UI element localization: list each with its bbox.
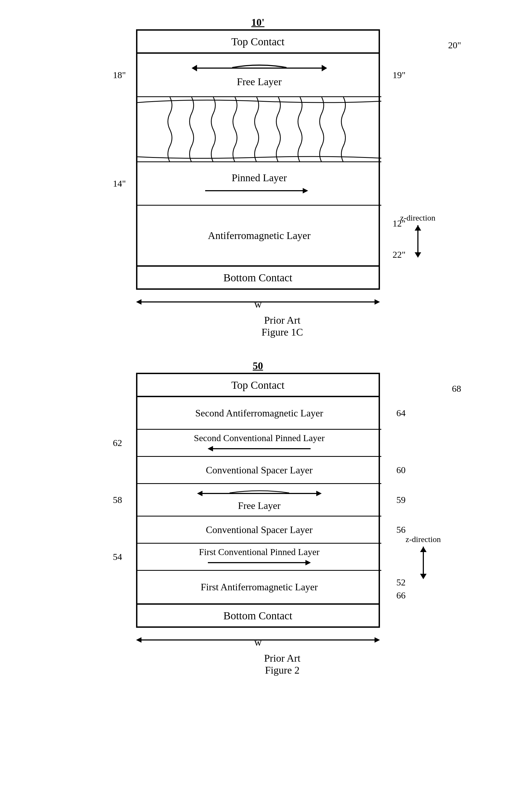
bottom-contact-1c: Bottom Contact xyxy=(136,265,380,290)
afm-layer-label-1c: Antiferromagnetic Layer xyxy=(208,230,310,241)
caption-2: Prior Art Figure 2 xyxy=(136,652,429,676)
ref-64: 64 xyxy=(397,408,406,418)
w-arrow-svg-2: w xyxy=(136,633,380,647)
fig2-id: 50 xyxy=(136,360,380,372)
afm-section: 12" 22" z-direction Antiferromagnetic La… xyxy=(137,206,381,265)
conv-spacer-top-row: 60 Conventional Spacer Layer xyxy=(137,457,381,484)
w-arrow-1c: w xyxy=(136,295,380,309)
ref-58: 58 xyxy=(113,495,122,505)
z-arrow-1c xyxy=(413,225,423,258)
svg-marker-19 xyxy=(420,547,426,552)
first-pinned-row: 54 z-direction First Conventional Pinned… xyxy=(137,544,381,571)
svg-marker-21 xyxy=(305,560,311,565)
ref-54: 54 xyxy=(113,552,122,562)
figure-1c: 10' 20" Top Contact 18" 19" xyxy=(103,16,429,338)
ref-18: 18" xyxy=(113,70,126,80)
fig1c-id: 10' xyxy=(136,16,380,28)
free-layer-section: 18" 19" xyxy=(137,54,381,97)
svg-text:w: w xyxy=(254,298,262,309)
caption-1c: Prior Art Figure 1C xyxy=(136,314,429,338)
second-pinned-row: 62 Second Conventional Pinned Layer xyxy=(137,430,381,457)
wavy-section: 15 16" 17 { xyxy=(137,97,381,162)
ref-52: 52 xyxy=(397,577,406,588)
ref-59: 59 xyxy=(397,495,406,505)
conv-spacer-bot-row: 56 Conventional Spacer Layer xyxy=(137,516,381,544)
ref-60: 60 xyxy=(397,465,406,475)
free-layer-arrow xyxy=(192,63,327,74)
svg-marker-7 xyxy=(415,225,421,231)
ref-14: 14" xyxy=(113,179,126,189)
svg-marker-15 xyxy=(316,491,322,496)
svg-marker-22 xyxy=(136,637,141,643)
ref-66: 66 xyxy=(397,590,406,601)
svg-marker-8 xyxy=(136,299,141,305)
svg-marker-24 xyxy=(375,637,380,643)
top-contact-2: Top Contact xyxy=(136,373,380,397)
second-pinned-arrow xyxy=(208,444,310,453)
w-arrow-svg-1c: w xyxy=(136,295,380,309)
layer-stack-1c: 18" 19" xyxy=(136,54,380,265)
svg-marker-10 xyxy=(375,299,380,305)
first-afm-row: 52 66 First Antiferromagnetic Layer xyxy=(137,571,381,603)
ref-68: 68 xyxy=(452,384,461,394)
pinned-layer-arrow xyxy=(205,186,314,196)
bottom-contact-2: Bottom Contact xyxy=(136,603,380,628)
page: 10' 20" Top Contact 18" 19" xyxy=(0,0,532,803)
figure-2: 50 68 Top Contact 64 Second Antiferromag… xyxy=(103,360,429,676)
svg-marker-1 xyxy=(322,65,327,71)
z-direction-2: z-direction xyxy=(406,535,441,579)
ref-56: 56 xyxy=(397,525,406,535)
free-layer-label-1c: Free Layer xyxy=(237,76,282,88)
svg-text:w: w xyxy=(254,636,262,647)
second-afm-row: 64 Second Antiferromagnetic Layer xyxy=(137,397,381,430)
ref-19: 19" xyxy=(393,70,406,80)
diagram-1c: 20" Top Contact 18" 19" xyxy=(136,29,434,309)
free-layer-2-arrow xyxy=(197,489,322,498)
ref-20: 20" xyxy=(448,40,461,51)
pinned-layer-section: 14" Pinned Layer xyxy=(137,162,381,206)
w-arrow-2: w xyxy=(136,633,380,647)
wavy-lines-svg xyxy=(137,97,381,162)
pinned-layer-label-1c: Pinned Layer xyxy=(232,172,287,184)
top-contact-1c: Top Contact xyxy=(136,29,380,54)
svg-marker-0 xyxy=(192,65,197,71)
svg-marker-6 xyxy=(415,252,421,258)
diagram-2: 68 Top Contact 64 Second Antiferromagnet… xyxy=(136,373,434,647)
svg-marker-4 xyxy=(303,188,308,194)
z-arrow-2 xyxy=(418,547,429,579)
z-direction-1c: z-direction xyxy=(400,213,436,258)
layer-stack-2: 64 Second Antiferromagnetic Layer 62 Sec… xyxy=(136,397,380,603)
svg-marker-18 xyxy=(420,574,426,579)
free-layer-2-row: 58 59 Free Layer xyxy=(137,484,381,516)
svg-marker-14 xyxy=(197,491,203,496)
svg-marker-13 xyxy=(208,446,213,452)
ref-62: 62 xyxy=(113,438,122,448)
first-pinned-arrow xyxy=(208,558,311,567)
